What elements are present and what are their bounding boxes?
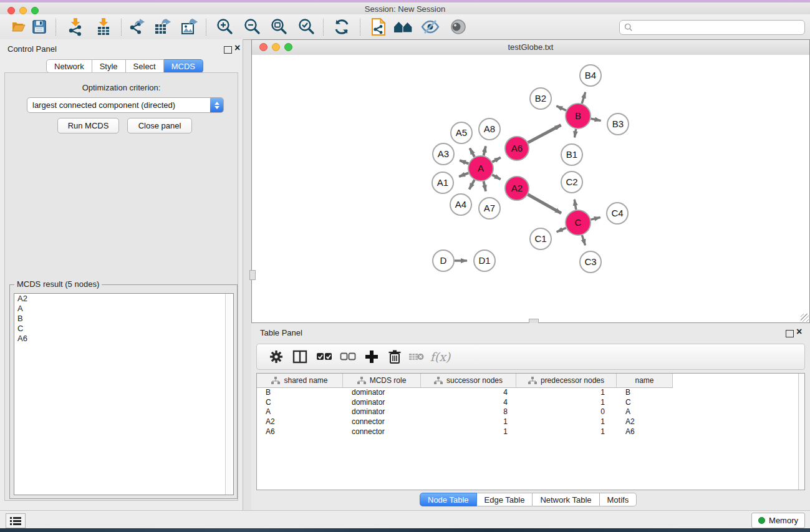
zoom-fit-button[interactable] [268, 16, 291, 37]
table-close-panel-icon[interactable]: × [796, 326, 802, 337]
network-node-A7[interactable]: A7 [479, 198, 500, 219]
column-header-shared-name[interactable]: shared name [257, 374, 343, 387]
task-history-button[interactable] [6, 513, 26, 528]
import-network-button[interactable] [64, 16, 87, 37]
tab-network[interactable]: Network [46, 59, 92, 73]
table-cell[interactable]: 1 [421, 427, 516, 436]
network-vertical-scroll-nub[interactable] [249, 270, 256, 280]
network-edge[interactable] [574, 129, 576, 138]
network-node-C2[interactable]: C2 [561, 172, 582, 193]
network-node-C4[interactable]: C4 [607, 203, 628, 224]
close-panel-icon[interactable]: × [234, 42, 240, 54]
tab-style[interactable]: Style [92, 59, 126, 73]
table-row[interactable]: A6connector11A6 [257, 427, 799, 437]
import-table-button[interactable] [92, 16, 115, 37]
table-cell[interactable]: A6 [617, 427, 673, 436]
network-edge[interactable] [574, 200, 576, 210]
table-cell[interactable]: B [257, 388, 343, 397]
delete-column-button[interactable] [384, 347, 405, 367]
network-edge[interactable] [492, 175, 500, 179]
network-edge[interactable] [484, 146, 486, 155]
network-edge[interactable] [459, 173, 468, 177]
first-neighbors-button[interactable] [392, 16, 415, 37]
network-edge[interactable] [582, 235, 585, 245]
network-node-B1[interactable]: B1 [561, 144, 582, 165]
table-cell[interactable]: C [257, 398, 343, 407]
column-header-name[interactable]: name [617, 374, 673, 387]
table-cell[interactable]: C [617, 398, 673, 407]
table-cell[interactable]: dominator [343, 398, 421, 407]
network-edge[interactable] [483, 181, 486, 191]
table-cell[interactable]: A2 [617, 417, 673, 426]
network-edge[interactable] [528, 125, 561, 143]
hide-selected-button[interactable] [419, 16, 441, 37]
show-column-button[interactable] [289, 347, 311, 367]
float-panel-icon[interactable] [224, 46, 232, 54]
mcds-result-item[interactable]: A6 [14, 334, 233, 344]
table-cell[interactable]: 1 [421, 417, 516, 426]
create-column-button[interactable] [361, 347, 382, 367]
show-all-button[interactable] [447, 16, 470, 37]
mcds-list-scrollbar[interactable] [225, 294, 233, 495]
tab-select[interactable]: Select [126, 59, 164, 73]
network-resize-grip[interactable] [801, 314, 809, 322]
network-node-A[interactable]: A [468, 156, 493, 181]
tab-node-table[interactable]: Node Table [420, 493, 477, 506]
table-cell[interactable]: B [617, 388, 673, 397]
memory-button[interactable]: Memory [751, 513, 805, 528]
network-edge[interactable] [492, 157, 500, 162]
table-cell[interactable]: 1 [516, 427, 617, 436]
tab-motifs[interactable]: Motifs [600, 493, 637, 506]
network-node-C1[interactable]: C1 [530, 228, 551, 249]
network-node-A6[interactable]: A6 [505, 137, 529, 160]
table-cell[interactable]: 4 [421, 388, 516, 397]
table-cell[interactable]: connector [343, 427, 421, 436]
table-row[interactable]: Adominator80A [257, 407, 799, 417]
export-table-button[interactable] [152, 16, 174, 37]
mcds-result-list[interactable]: A2ABCA6 [14, 293, 234, 495]
network-edge[interactable] [528, 195, 561, 213]
network-node-B4[interactable]: B4 [580, 65, 601, 86]
mcds-result-item[interactable]: A [14, 304, 233, 314]
mcds-result-item[interactable]: C [14, 324, 233, 334]
export-image-button[interactable] [178, 16, 201, 37]
tab-edge-table[interactable]: Edge Table [477, 493, 533, 506]
zoom-in-button[interactable] [214, 16, 236, 37]
table-cell[interactable]: 4 [421, 398, 516, 407]
table-float-panel-icon[interactable] [786, 330, 794, 337]
table-cell[interactable]: 0 [516, 407, 617, 416]
network-node-D1[interactable]: D1 [474, 250, 495, 271]
function-builder-button[interactable]: f(x) [430, 347, 451, 367]
mcds-result-item[interactable]: A2 [14, 294, 233, 304]
table-cell[interactable]: 1 [516, 417, 617, 426]
save-session-button[interactable] [28, 16, 51, 37]
network-node-D[interactable]: D [433, 250, 454, 271]
table-cell[interactable]: connector [343, 417, 421, 426]
network-node-A5[interactable]: A5 [451, 122, 472, 143]
network-edge[interactable] [556, 106, 566, 110]
table-row[interactable]: A2connector11A2 [257, 417, 799, 427]
network-window-titlebar[interactable]: testGlobe.txt [252, 40, 809, 56]
toolbar-search-field[interactable] [619, 20, 805, 35]
open-session-button[interactable] [7, 16, 30, 37]
network-node-C3[interactable]: C3 [580, 251, 601, 273]
new-network-from-selection-button[interactable] [367, 16, 390, 37]
network-edge[interactable] [460, 160, 468, 163]
network-edge[interactable] [557, 228, 566, 232]
close-panel-button[interactable]: Close panel [127, 118, 192, 133]
network-node-A1[interactable]: A1 [432, 172, 453, 193]
network-edge[interactable] [591, 118, 601, 120]
network-edge[interactable] [582, 92, 586, 104]
table-options-button[interactable] [266, 347, 287, 367]
network-node-A3[interactable]: A3 [433, 143, 454, 165]
column-header-mcds-role[interactable]: MCDS role [343, 374, 421, 387]
table-cell[interactable]: A [617, 407, 673, 416]
network-node-B[interactable]: B [566, 104, 591, 128]
zoom-out-button[interactable] [241, 16, 264, 37]
network-edge[interactable] [470, 180, 475, 189]
table-scrollbar[interactable] [798, 374, 804, 490]
table-cell[interactable]: 1 [516, 398, 617, 407]
network-edge[interactable] [591, 217, 600, 220]
network-node-C[interactable]: C [566, 210, 591, 235]
run-mcds-button[interactable]: Run MCDS [57, 118, 119, 133]
